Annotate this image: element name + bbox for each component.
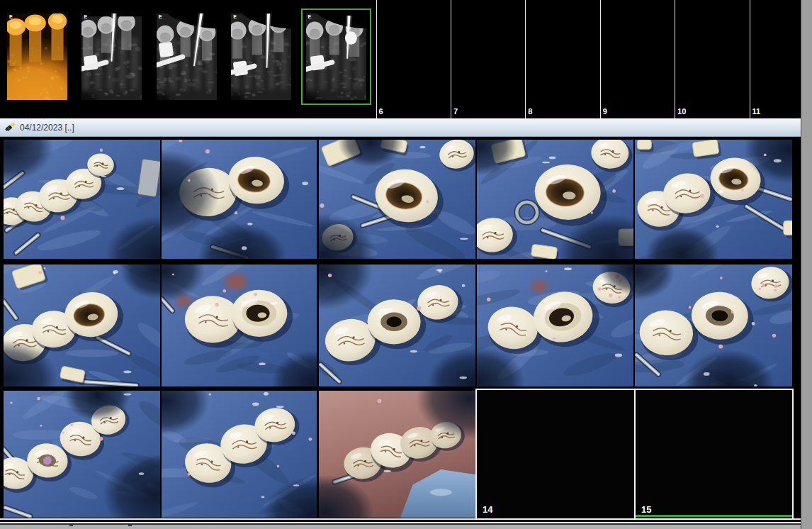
- intraoral-photo: [319, 264, 475, 386]
- horizontal-scrollbar[interactable]: [0, 520, 812, 529]
- xray-image: [4, 10, 71, 104]
- orientation-marker: E: [9, 14, 13, 19]
- xray-thumbnail-3[interactable]: E: [153, 10, 220, 104]
- capture-target-indicator: [636, 515, 792, 517]
- orientation-marker: E: [84, 14, 87, 19]
- intraoral-photo: [4, 140, 160, 259]
- vertical-scrollbar[interactable]: [801, 0, 812, 529]
- xray-thumbnail-4[interactable]: E: [227, 10, 295, 104]
- intraoral-photo: [635, 140, 792, 259]
- film-slot-6[interactable]: 6: [379, 107, 383, 116]
- hscroll-tick: [128, 525, 132, 526]
- photo-thumbnail-10[interactable]: [635, 264, 792, 386]
- photo-thumbnail-6[interactable]: [4, 264, 160, 386]
- slot-divider: [675, 0, 675, 118]
- date-group-header[interactable]: 04/12/2023 [..]: [0, 118, 801, 137]
- photo-thumbnail-2[interactable]: [162, 140, 317, 259]
- film-slot-11[interactable]: 11: [752, 107, 761, 116]
- intraoral-photo: [4, 264, 160, 386]
- slot-divider: [750, 0, 750, 118]
- intraoral-photo: [4, 391, 160, 518]
- xray-thumbnail-5[interactable]: E: [303, 10, 370, 104]
- photo-thumbnail-7[interactable]: [162, 264, 317, 386]
- film-slot-10[interactable]: 10: [677, 107, 686, 116]
- intraoral-photo: [635, 264, 792, 386]
- camera-icon: [4, 122, 16, 133]
- slot-divider: [451, 0, 451, 118]
- xray-thumbnail-1[interactable]: E: [4, 10, 71, 104]
- intraoral-photo: [162, 391, 317, 518]
- slot-divider: [376, 0, 377, 118]
- intraoral-photo: [319, 140, 475, 259]
- photo-thumbnail-3[interactable]: [319, 140, 475, 259]
- photo-thumbnail-5[interactable]: [635, 140, 792, 259]
- photo-thumbnail-4[interactable]: [477, 140, 633, 259]
- photo-thumbnail-11[interactable]: [4, 391, 160, 518]
- intraoral-photo: [162, 264, 317, 386]
- intraoral-photo: [477, 140, 633, 259]
- xray-image: [303, 10, 370, 104]
- film-slot-9[interactable]: 9: [603, 107, 607, 116]
- xray-thumbnail-2[interactable]: E: [78, 10, 145, 104]
- photo-thumbnail-13[interactable]: [319, 391, 475, 518]
- intraoral-photo: [319, 391, 475, 518]
- hscroll-track[interactable]: [0, 525, 812, 529]
- empty-slot-15[interactable]: 15: [636, 390, 792, 518]
- xray-image: [227, 10, 295, 104]
- xray-image: [153, 10, 220, 104]
- film-slot-8[interactable]: 8: [528, 107, 532, 116]
- photo-thumbnail-12[interactable]: [162, 391, 317, 518]
- intraoral-photo: [162, 140, 317, 259]
- xray-image: [78, 10, 145, 104]
- empty-slot-14[interactable]: 14: [477, 390, 634, 518]
- hscroll-tick: [69, 525, 73, 526]
- empty-slot-block: 1415: [475, 389, 794, 520]
- orientation-marker: E: [233, 14, 237, 19]
- dental-image-browser: EEEEE67891011 04/12/2023 [..] 1415: [0, 0, 812, 529]
- xray-film-strip: EEEEE67891011: [0, 0, 801, 118]
- orientation-marker: E: [308, 14, 312, 19]
- film-slot-7[interactable]: 7: [453, 107, 458, 116]
- empty-slot-label: 15: [641, 504, 651, 515]
- slot-divider: [525, 0, 526, 118]
- photo-thumbnail-8[interactable]: [319, 264, 475, 386]
- date-label: 04/12/2023 [..]: [20, 123, 74, 133]
- orientation-marker: E: [159, 14, 162, 19]
- intraoral-photo: [477, 264, 633, 386]
- empty-slot-label: 14: [483, 504, 492, 515]
- slot-divider: [600, 0, 601, 118]
- photo-thumbnail-1[interactable]: [4, 140, 160, 259]
- photo-thumbnail-9[interactable]: [477, 264, 633, 386]
